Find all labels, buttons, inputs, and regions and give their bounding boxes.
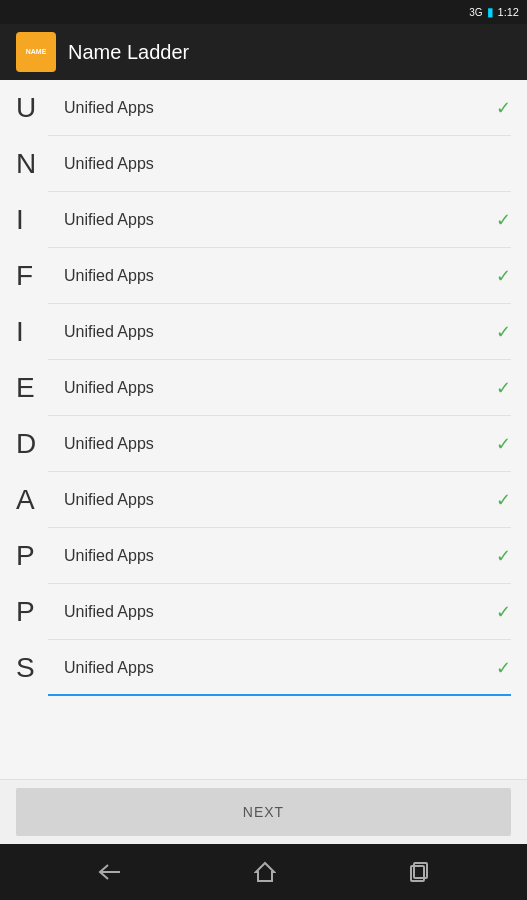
list-item[interactable]: F Unified Apps ✓ — [0, 248, 527, 304]
letter-label: S — [16, 652, 48, 684]
check-icon: ✓ — [496, 321, 511, 343]
list-item[interactable]: S Unified Apps ✓ — [0, 640, 527, 696]
item-text: Unified Apps — [64, 99, 488, 117]
item-text: Unified Apps — [64, 491, 488, 509]
item-text: Unified Apps — [64, 603, 488, 621]
list-item[interactable]: U Unified Apps ✓ — [0, 80, 527, 136]
list-item[interactable]: N Unified Apps — [0, 136, 527, 192]
check-icon: ✓ — [496, 97, 511, 119]
list-item[interactable]: I Unified Apps ✓ — [0, 192, 527, 248]
item-text: Unified Apps — [64, 547, 488, 565]
check-icon: ✓ — [496, 265, 511, 287]
nav-bar — [0, 844, 527, 900]
app-bar: NAME Name Ladder — [0, 24, 527, 80]
item-content: Unified Apps — [64, 267, 488, 285]
app-logo: NAME — [16, 32, 56, 72]
item-divider — [48, 694, 511, 696]
item-text: Unified Apps — [64, 267, 488, 285]
back-button[interactable] — [98, 863, 122, 881]
letter-label: P — [16, 540, 48, 572]
check-icon: ✓ — [496, 657, 511, 679]
item-content: Unified Apps — [64, 379, 488, 397]
letter-label: P — [16, 596, 48, 628]
recents-button[interactable] — [409, 862, 429, 882]
item-content: Unified Apps — [64, 435, 488, 453]
item-content: Unified Apps — [64, 491, 488, 509]
letter-label: E — [16, 372, 48, 404]
check-icon: ✓ — [496, 209, 511, 231]
check-icon: ✓ — [496, 377, 511, 399]
item-content: Unified Apps — [64, 99, 488, 117]
check-icon: ✓ — [496, 601, 511, 623]
list-item[interactable]: I Unified Apps ✓ — [0, 304, 527, 360]
item-content: Unified Apps — [64, 155, 511, 173]
item-text: Unified Apps — [64, 379, 488, 397]
letter-label: F — [16, 260, 48, 292]
clock: 1:12 — [498, 6, 519, 18]
bottom-button-area: NEXT — [0, 779, 527, 844]
main-content: U Unified Apps ✓ N Unified Apps I Unifie… — [0, 80, 527, 779]
list-item[interactable]: A Unified Apps ✓ — [0, 472, 527, 528]
svg-marker-1 — [256, 863, 274, 881]
item-content: Unified Apps — [64, 323, 488, 341]
letter-label: U — [16, 92, 48, 124]
letter-label: A — [16, 484, 48, 516]
item-content: Unified Apps — [64, 211, 488, 229]
list-item[interactable]: E Unified Apps ✓ — [0, 360, 527, 416]
check-icon: ✓ — [496, 489, 511, 511]
letter-label: I — [16, 316, 48, 348]
status-bar: 3G ▮ 1:12 — [0, 0, 527, 24]
check-icon: ✓ — [496, 433, 511, 455]
item-text: Unified Apps — [64, 435, 488, 453]
next-button[interactable]: NEXT — [16, 788, 511, 836]
app-title: Name Ladder — [68, 41, 189, 64]
status-icons: 3G ▮ 1:12 — [469, 5, 519, 19]
item-content: Unified Apps — [64, 547, 488, 565]
letter-label: D — [16, 428, 48, 460]
item-text: Unified Apps — [64, 323, 488, 341]
list-item[interactable]: P Unified Apps ✓ — [0, 584, 527, 640]
item-text: Unified Apps — [64, 155, 511, 173]
item-content: Unified Apps — [64, 603, 488, 621]
letter-label: N — [16, 148, 48, 180]
item-content: Unified Apps — [64, 659, 488, 677]
list-item[interactable]: D Unified Apps ✓ — [0, 416, 527, 472]
network-signal-icon: 3G — [469, 7, 482, 18]
battery-icon: ▮ — [487, 5, 494, 19]
letter-label: I — [16, 204, 48, 236]
check-icon: ✓ — [496, 545, 511, 567]
item-text: Unified Apps — [64, 659, 488, 677]
item-text: Unified Apps — [64, 211, 488, 229]
list-item[interactable]: P Unified Apps ✓ — [0, 528, 527, 584]
home-button[interactable] — [254, 861, 276, 883]
app-logo-text: NAME — [26, 48, 47, 56]
